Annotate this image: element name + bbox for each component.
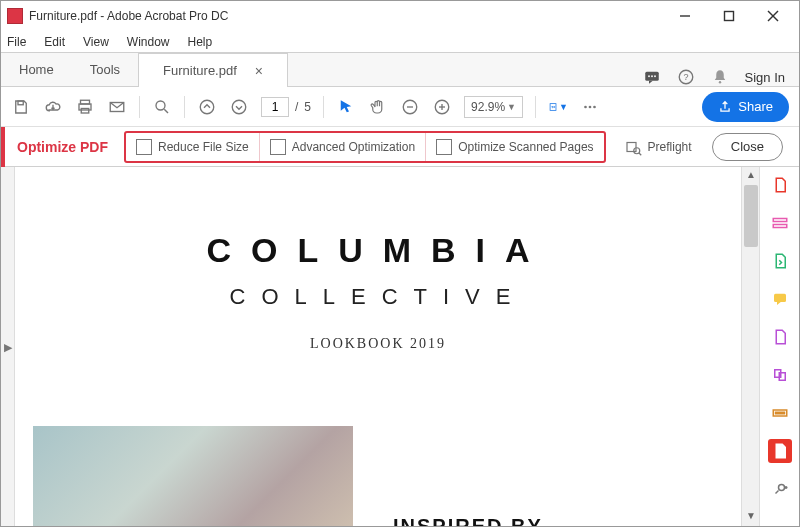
vertical-scrollbar[interactable]: ▲ ▼	[741, 167, 759, 527]
fit-width-icon[interactable]: ▼	[548, 97, 568, 117]
svg-point-7	[654, 75, 656, 77]
document-tabbar: Home Tools Furniture.pdf × ? Sign In	[1, 53, 799, 87]
document-photo	[33, 426, 353, 527]
more-tools-icon[interactable]	[580, 97, 600, 117]
comment-tool-icon[interactable]	[768, 287, 792, 311]
svg-line-31	[639, 153, 641, 155]
page-total: 5	[304, 100, 311, 114]
share-label: Share	[738, 99, 773, 114]
page-up-icon[interactable]	[197, 97, 217, 117]
svg-point-27	[589, 105, 592, 108]
reduce-label: Reduce File Size	[158, 140, 249, 154]
search-icon[interactable]	[152, 97, 172, 117]
reduce-file-size-button[interactable]: Reduce File Size	[126, 133, 259, 161]
svg-rect-32	[773, 219, 787, 222]
svg-rect-29	[627, 142, 636, 151]
zoom-dropdown[interactable]: 92.9% ▼	[464, 96, 523, 118]
document-inspired-text: INSPIRED BY	[393, 515, 543, 527]
organize-tool-icon[interactable]	[768, 325, 792, 349]
scroll-down-icon[interactable]: ▼	[742, 510, 760, 526]
svg-point-19	[232, 100, 246, 114]
close-optimize-button[interactable]: Close	[712, 133, 783, 161]
tab-tools[interactable]: Tools	[72, 52, 138, 86]
menu-window[interactable]: Window	[125, 33, 172, 51]
menu-edit[interactable]: Edit	[42, 33, 67, 51]
bell-icon[interactable]	[711, 68, 729, 86]
optimize-scanned-button[interactable]: Optimize Scanned Pages	[425, 133, 603, 161]
svg-rect-11	[18, 101, 23, 105]
optimize-options-group: Reduce File Size Advanced Optimization O…	[124, 131, 606, 163]
document-canvas[interactable]: COLUMBIA COLLECTIVE LOOKBOOK 2019 INSPIR…	[15, 167, 741, 527]
menubar: File Edit View Window Help	[1, 31, 799, 53]
acrobat-app-icon	[7, 8, 23, 24]
email-icon[interactable]	[107, 97, 127, 117]
menu-view[interactable]: View	[81, 33, 111, 51]
help-icon[interactable]: ?	[677, 68, 695, 86]
document-subheading: LOOKBOOK 2019	[15, 336, 741, 352]
svg-rect-14	[81, 108, 89, 113]
scrollbar-thumb[interactable]	[744, 185, 758, 247]
advanced-label: Advanced Optimization	[292, 140, 415, 154]
svg-line-17	[164, 109, 168, 113]
preflight-icon	[624, 138, 642, 156]
zoom-in-icon[interactable]	[432, 97, 452, 117]
combine-tool-icon[interactable]	[768, 363, 792, 387]
menu-file[interactable]: File	[5, 33, 28, 51]
optimize-toolbar: Optimize PDF Reduce File Size Advanced O…	[1, 127, 799, 167]
svg-rect-33	[773, 225, 787, 228]
svg-point-10	[718, 81, 720, 83]
svg-point-18	[200, 100, 214, 114]
maximize-button[interactable]	[707, 2, 751, 30]
svg-rect-38	[775, 412, 784, 414]
window-titlebar: Furniture.pdf - Adobe Acrobat Pro DC	[1, 1, 799, 31]
scroll-up-icon[interactable]: ▲	[742, 169, 760, 185]
svg-point-16	[156, 101, 165, 110]
create-pdf-tool-icon[interactable]	[768, 173, 792, 197]
advanced-icon	[270, 139, 286, 155]
svg-rect-34	[774, 294, 786, 302]
page-number-input[interactable]	[261, 97, 289, 117]
hand-icon[interactable]	[368, 97, 388, 117]
chevron-down-icon: ▼	[507, 102, 516, 112]
svg-rect-1	[725, 12, 734, 21]
optimize-tool-icon[interactable]	[768, 439, 792, 463]
work-area: ▶ COLUMBIA COLLECTIVE LOOKBOOK 2019 INSP…	[1, 167, 799, 527]
save-icon[interactable]	[11, 97, 31, 117]
right-tools-rail	[759, 167, 799, 527]
svg-point-28	[593, 105, 596, 108]
export-pdf-tool-icon[interactable]	[768, 249, 792, 273]
close-window-button[interactable]	[751, 2, 795, 30]
document-heading-1: COLUMBIA	[15, 231, 741, 270]
scanned-icon	[436, 139, 452, 155]
main-toolbar: / 5 92.9% ▼ ▼ Share	[1, 87, 799, 127]
preflight-button[interactable]: Preflight	[614, 127, 702, 166]
page-down-icon[interactable]	[229, 97, 249, 117]
svg-text:?: ?	[683, 72, 688, 82]
svg-point-26	[584, 105, 587, 108]
redact-tool-icon[interactable]	[768, 401, 792, 425]
svg-point-6	[651, 75, 653, 77]
menu-help[interactable]: Help	[186, 33, 215, 51]
svg-point-30	[633, 147, 639, 153]
tab-home[interactable]: Home	[1, 52, 72, 86]
more-tools-rail-icon[interactable]	[768, 477, 792, 501]
window-title: Furniture.pdf - Adobe Acrobat Pro DC	[29, 9, 663, 23]
zoom-out-icon[interactable]	[400, 97, 420, 117]
optimize-accent	[1, 127, 5, 167]
pointer-icon[interactable]	[336, 97, 356, 117]
advanced-optimization-button[interactable]: Advanced Optimization	[259, 133, 425, 161]
left-nav-rail[interactable]: ▶	[1, 167, 15, 527]
edit-pdf-tool-icon[interactable]	[768, 211, 792, 235]
page-separator: /	[295, 100, 298, 114]
sign-in-button[interactable]: Sign In	[745, 70, 785, 85]
share-button[interactable]: Share	[702, 92, 789, 122]
optimize-title: Optimize PDF	[13, 139, 116, 155]
print-icon[interactable]	[75, 97, 95, 117]
minimize-button[interactable]	[663, 2, 707, 30]
cloud-icon[interactable]	[43, 97, 63, 117]
tab-document[interactable]: Furniture.pdf ×	[138, 53, 288, 87]
scanned-label: Optimize Scanned Pages	[458, 140, 593, 154]
chat-icon[interactable]	[643, 68, 661, 86]
document-heading-2: COLLECTIVE	[15, 284, 741, 310]
tab-close-icon[interactable]: ×	[255, 63, 263, 79]
